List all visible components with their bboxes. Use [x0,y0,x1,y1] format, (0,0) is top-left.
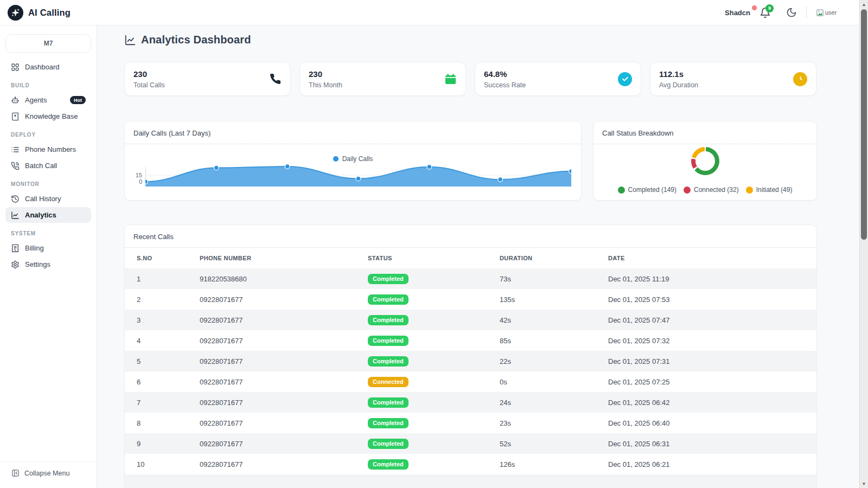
legend-item-completed[interactable]: Completed (149) [618,186,676,194]
status-badge: Completed [368,274,409,284]
status-cell: Connected [368,377,500,387]
history-icon [11,195,20,203]
status-cell: Completed [368,315,500,325]
sidebar-item-billing[interactable]: Billing [5,240,91,256]
daily-calls-title: Daily Calls (Last 7 Days) [125,121,581,144]
receipt-icon [11,244,20,253]
status-cell: Completed [368,294,500,305]
panel-left-close-icon [11,469,20,477]
workspace-selector[interactable]: M7 [5,34,91,53]
duration-cell: 135s [500,296,608,304]
status-cell: Completed [368,418,500,428]
status-badge: Completed [368,315,409,325]
calendar-icon [444,73,457,85]
status-cell: Completed [368,336,500,346]
table-row [125,474,816,488]
duration-cell: 22s [500,357,608,365]
legend-item-connected[interactable]: Connected (32) [684,186,739,194]
vertical-scrollbar: ▲ ▼ [859,0,868,488]
table-row: 209228071677Completed135sDec 01, 2025 07… [125,289,816,310]
table-row: 609228071677Connected0sDec 01, 2025 07:2… [125,371,816,392]
y-axis-tick: 0 [127,178,142,185]
sidebar-item-settings[interactable]: Settings [5,256,91,272]
status-badge: Completed [368,418,409,428]
recent-calls-title: Recent Calls [125,225,816,247]
donut-chart [691,147,719,175]
list-icon [11,145,20,154]
column-header-phone-number: PHONE NUMBER [200,255,368,261]
table-row: 709228071677Completed24sDec 01, 2025 06:… [125,392,816,413]
stat-label: Avg Duration [659,81,698,89]
top-bar: AI Calling Shadcn 9 user [0,0,868,25]
status-badge: Completed [368,294,409,305]
sidebar-item-agents[interactable]: AgentsHot [5,92,91,108]
chart-icon [11,211,20,220]
sidebar-item-call-history[interactable]: Call History [5,191,91,207]
legend-dot [684,187,691,194]
collapse-menu-button[interactable]: Collapse Menu [0,461,97,488]
phone-cell: 09228071677 [200,419,368,427]
sidebar-item-label: Call History [25,195,61,203]
daily-calls-legend[interactable]: Daily Calls [125,155,581,163]
user-name[interactable]: Shadcn [725,9,750,17]
sidebar-item-phone-numbers[interactable]: Phone Numbers [5,142,91,157]
notification-count-badge: 9 [765,4,774,12]
sidebar-section-label: MONITOR [5,181,91,187]
sno-cell: 10 [137,460,200,468]
sidebar-item-analytics[interactable]: Analytics [5,207,91,223]
sidebar-item-label: Analytics [25,211,56,219]
scrollbar-up-button[interactable]: ▲ [860,0,868,9]
daily-calls-card: Daily Calls (Last 7 Days) Daily Calls 15… [124,121,582,201]
sidebar-item-dashboard[interactable]: Dashboard [5,59,91,75]
moon-icon[interactable] [786,7,797,18]
date-cell: Dec 01, 2025 07:47 [608,316,805,324]
status-badge: Completed [368,439,409,449]
table-row: 1009228071677Completed126sDec 01, 2025 0… [125,454,816,474]
date-cell: Dec 01, 2025 07:25 [608,378,805,386]
brand-name: AI Calling [28,8,71,18]
stat-card-total-calls: 230Total Calls [124,62,291,96]
stat-card-this-month: 230This Month [299,62,466,96]
phone-icon [269,73,282,85]
date-cell: Dec 01, 2025 11:19 [608,275,805,283]
duration-cell: 42s [500,316,608,324]
date-cell: Dec 01, 2025 06:40 [608,419,805,427]
scrollbar-down-button[interactable]: ▼ [860,479,868,488]
status-cell: Completed [368,356,500,367]
sidebar-item-label: Phone Numbers [25,145,76,153]
status-badge: Completed [368,336,409,346]
sidebar-nav: DashboardBUILDAgentsHotKnowledge BaseDEP… [5,59,91,272]
stat-card-success-rate: 64.8%Success Rate [475,62,641,96]
phone-cell: 09228071677 [200,296,368,304]
duration-cell: 0s [500,378,608,386]
collapse-menu-label: Collapse Menu [24,470,69,477]
legend-label: Completed (149) [628,186,676,194]
legend-label: Initiated (49) [756,186,793,194]
duration-cell: 126s [500,460,608,468]
table-header-row: S.NOPHONE NUMBERSTATUSDURATIONDATE [125,248,816,268]
duration-cell: 85s [500,337,608,345]
sidebar-item-label: Batch Call [25,162,57,170]
phone-cell: 918220538680 [200,275,368,283]
legend-dot [618,187,625,194]
duration-cell: 23s [500,419,608,427]
legend-item-initiated[interactable]: Initiated (49) [746,186,793,194]
app-logo [8,5,23,21]
sno-cell: 9 [137,440,200,448]
scrollbar-thumb[interactable] [861,9,867,240]
avatar[interactable]: user [816,7,837,18]
phone-cell: 09228071677 [200,399,368,407]
recent-calls-card: Recent Calls S.NOPHONE NUMBERSTATUSDURAT… [124,224,817,488]
phone-call-icon [11,162,20,170]
date-cell: Dec 01, 2025 07:31 [608,357,805,365]
status-cell: Completed [368,397,500,408]
stats-row: 230Total Calls230This Month64.8%Success … [124,62,817,96]
stat-label: This Month [309,81,342,89]
sno-cell: 7 [137,399,200,407]
sidebar-item-knowledge-base[interactable]: Knowledge Base [5,108,91,124]
hot-badge: Hot [70,96,86,104]
sidebar-item-batch-call[interactable]: Batch Call [5,158,91,174]
page-title-text: Analytics Dashboard [141,34,251,46]
sidebar-item-label: Settings [25,260,50,268]
sidebar-item-label: Billing [25,244,44,252]
